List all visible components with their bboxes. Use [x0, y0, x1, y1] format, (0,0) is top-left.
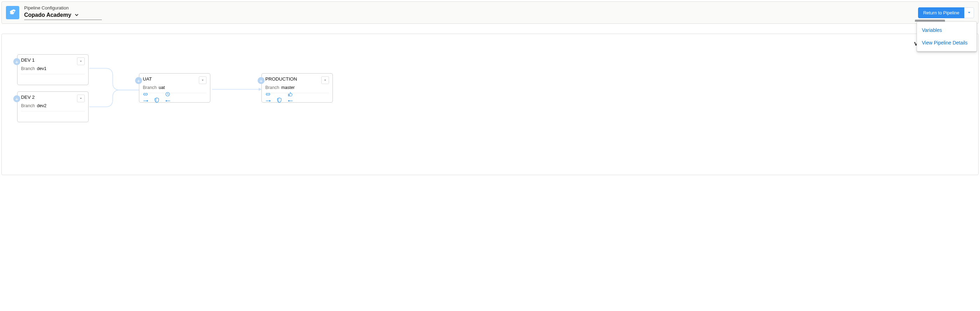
- card-divider: [143, 93, 207, 93]
- header-dropdown: Variables View Pipeline Details: [916, 21, 977, 51]
- env-title: DEV 2: [21, 94, 35, 100]
- rocket-icon: [9, 9, 16, 16]
- env-menu-trigger[interactable]: [321, 77, 329, 84]
- add-env-before-prod[interactable]: +: [258, 77, 265, 84]
- branch-label: Branch: [265, 85, 279, 90]
- add-env-before-dev1[interactable]: +: [13, 58, 20, 65]
- return-menu-trigger[interactable]: [964, 7, 974, 18]
- shield-icon: [154, 97, 160, 103]
- env-icons: [265, 95, 329, 103]
- branch-label: Branch: [21, 103, 35, 108]
- env-card-production[interactable]: + PRODUCTION Branch master: [261, 73, 333, 103]
- page-header: Pipeline Configuration Copado Academy Re…: [2, 2, 978, 24]
- env-icons: [143, 95, 207, 103]
- record-name-select[interactable]: Copado Academy: [24, 11, 102, 20]
- branch-label: Branch: [143, 85, 157, 90]
- page-title: Pipeline Configuration: [24, 5, 102, 11]
- edge-dev1-uat: [85, 59, 144, 107]
- shield-icon: [277, 97, 282, 103]
- env-title: DEV 1: [21, 57, 35, 63]
- unlimited-promote-icon: [265, 91, 272, 103]
- caret-down-icon: [201, 79, 204, 81]
- branch-name: master: [282, 85, 295, 90]
- branch-name: uat: [159, 85, 165, 90]
- env-title: PRODUCTION: [265, 77, 297, 81]
- pipeline-canvas: View: All +: [2, 33, 978, 175]
- add-env-before-dev2[interactable]: +: [13, 95, 20, 102]
- branch-label: Branch: [21, 66, 35, 71]
- edge-dev2-uat: [85, 84, 144, 126]
- env-menu-trigger[interactable]: [77, 94, 85, 102]
- env-menu-trigger[interactable]: [199, 77, 207, 84]
- view-row: View: All: [9, 38, 971, 49]
- return-to-pipeline-button[interactable]: Return to Pipeline: [918, 7, 965, 18]
- unlimited-promote-icon: [143, 91, 149, 103]
- branch-name: dev2: [37, 103, 46, 108]
- thumbs-up-back-icon: [287, 91, 293, 103]
- chevron-down-icon: [75, 13, 78, 17]
- return-button-group: Return to Pipeline: [918, 7, 974, 18]
- branch-name: dev1: [37, 66, 46, 71]
- header-actions: Return to Pipeline: [918, 7, 974, 18]
- card-divider: [21, 111, 85, 112]
- card-divider: [265, 93, 329, 93]
- edge-uat-prod: [209, 86, 265, 93]
- card-divider: [21, 74, 85, 74]
- dropdown-item-variables[interactable]: Variables: [917, 24, 977, 37]
- page-root: Pipeline Configuration Copado Academy Re…: [0, 2, 980, 175]
- record-name: Copado Academy: [24, 12, 72, 18]
- pipeline-object-icon: [6, 6, 19, 19]
- schedule-back-promote-icon: [164, 91, 171, 103]
- header-titles: Pipeline Configuration Copado Academy: [24, 5, 102, 20]
- env-menu-trigger[interactable]: [77, 57, 85, 65]
- caret-down-icon: [80, 97, 82, 100]
- caret-down-icon: [324, 79, 326, 81]
- add-env-before-uat[interactable]: +: [135, 77, 142, 84]
- env-title: UAT: [143, 77, 152, 81]
- env-card-uat[interactable]: + UAT Branch uat: [139, 73, 210, 103]
- caret-down-icon: [80, 60, 82, 63]
- caret-down-icon: [967, 11, 971, 14]
- env-card-dev2[interactable]: + DEV 2 Branch dev2: [17, 91, 89, 122]
- env-card-dev1[interactable]: + DEV 1 Branch dev1: [17, 54, 89, 85]
- dropdown-item-view-details[interactable]: View Pipeline Details: [917, 37, 977, 49]
- pipeline-diagram: + DEV 1 Branch dev1 + DEV 2: [9, 52, 971, 147]
